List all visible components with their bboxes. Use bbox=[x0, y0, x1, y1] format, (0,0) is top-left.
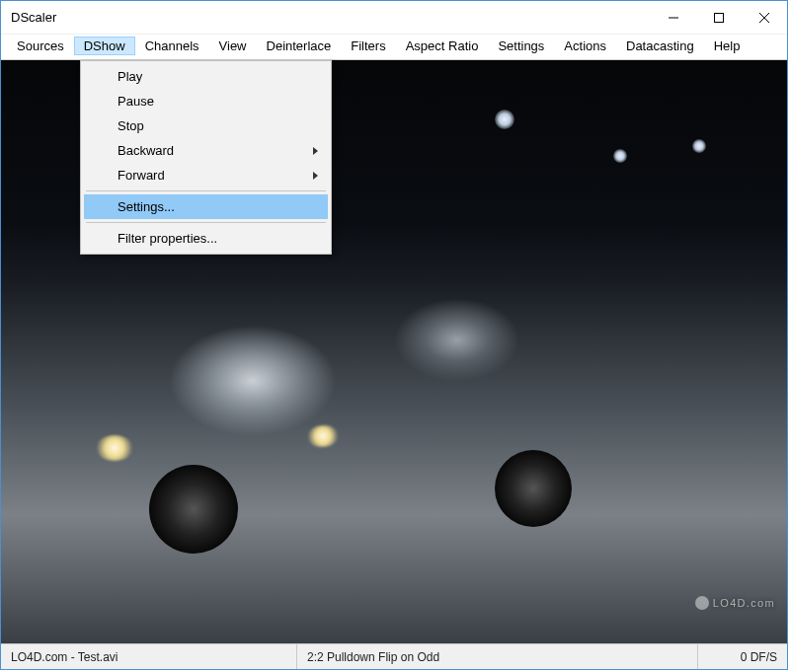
statusbar: LO4D.com - Test.avi 2:2 Pulldown Flip on… bbox=[1, 643, 787, 669]
dd-backward-label: Backward bbox=[118, 143, 174, 158]
watermark-dot-icon bbox=[695, 596, 709, 610]
menu-help[interactable]: Help bbox=[704, 37, 750, 55]
minimize-button[interactable] bbox=[651, 1, 696, 34]
dd-play[interactable]: Play bbox=[84, 64, 328, 89]
dropdown-separator bbox=[86, 190, 326, 191]
svg-rect-1 bbox=[715, 13, 724, 22]
dropdown-separator bbox=[86, 222, 326, 223]
streetlight-icon bbox=[495, 110, 514, 129]
car-wheel bbox=[149, 465, 238, 554]
menu-sources[interactable]: Sources bbox=[7, 37, 74, 55]
dd-filter-properties[interactable]: Filter properties... bbox=[84, 226, 328, 251]
menu-channels[interactable]: Channels bbox=[135, 37, 209, 55]
dd-forward-label: Forward bbox=[118, 168, 165, 183]
headlight-icon bbox=[306, 424, 340, 449]
headlight-icon bbox=[96, 435, 133, 461]
window-title: DScaler bbox=[11, 10, 56, 25]
menu-view[interactable]: View bbox=[209, 37, 257, 55]
streetlight-icon bbox=[613, 149, 627, 163]
titlebar: DScaler bbox=[1, 1, 787, 35]
chevron-right-icon bbox=[313, 147, 318, 155]
dd-backward[interactable]: Backward bbox=[84, 138, 328, 163]
menu-aspect-ratio[interactable]: Aspect Ratio bbox=[396, 37, 489, 55]
app-window: DScaler Sources DShow Channels View Dein… bbox=[0, 0, 788, 670]
close-button[interactable] bbox=[742, 1, 787, 34]
dd-pause[interactable]: Pause bbox=[84, 89, 328, 113]
status-fps: 0 DF/S bbox=[698, 644, 787, 669]
dd-forward[interactable]: Forward bbox=[84, 163, 328, 187]
watermark-text: LO4D.com bbox=[713, 597, 775, 609]
menu-dshow[interactable]: DShow bbox=[74, 37, 135, 55]
watermark: LO4D.com bbox=[695, 596, 775, 610]
menu-actions[interactable]: Actions bbox=[554, 37, 616, 55]
menu-filters[interactable]: Filters bbox=[341, 37, 395, 55]
menubar: Sources DShow Channels View Deinterlace … bbox=[1, 35, 787, 60]
menu-datacasting[interactable]: Datacasting bbox=[616, 37, 704, 55]
menu-settings[interactable]: Settings bbox=[488, 37, 554, 55]
streetlight-icon bbox=[692, 139, 706, 153]
status-mode: 2:2 Pulldown Flip on Odd bbox=[297, 644, 698, 669]
window-controls bbox=[651, 1, 787, 34]
dd-settings[interactable]: Settings... bbox=[84, 194, 328, 219]
menu-deinterlace[interactable]: Deinterlace bbox=[257, 37, 342, 55]
dd-stop[interactable]: Stop bbox=[84, 113, 328, 138]
status-file: LO4D.com - Test.avi bbox=[1, 644, 297, 669]
car-wheel bbox=[495, 450, 572, 527]
maximize-button[interactable] bbox=[696, 1, 742, 34]
dshow-dropdown: Play Pause Stop Backward Forward Setting… bbox=[80, 60, 332, 255]
chevron-right-icon bbox=[313, 172, 318, 180]
